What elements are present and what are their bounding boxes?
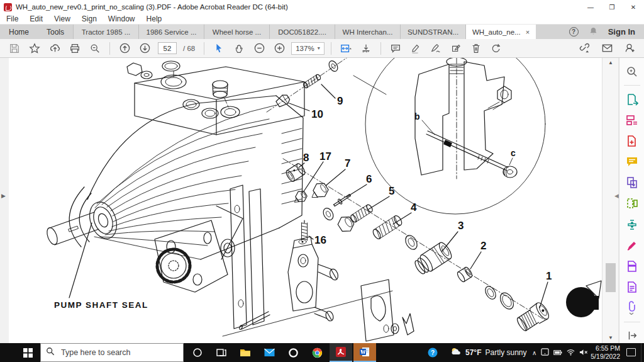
tray-chevron-icon[interactable]: ∧: [532, 349, 536, 356]
redo-icon[interactable]: [488, 41, 504, 56]
bell-icon[interactable]: [589, 26, 598, 38]
get-help-icon[interactable]: ?: [423, 343, 443, 362]
tab-doc-6[interactable]: SUNDSTRAN...: [400, 25, 465, 39]
share-link-icon[interactable]: [576, 41, 592, 56]
hand-tool-icon[interactable]: [231, 41, 247, 56]
system-tray: ∧: [532, 343, 588, 362]
fit-width-icon[interactable]: [338, 41, 354, 56]
share-people-icon[interactable]: [621, 41, 638, 56]
maximize-button[interactable]: ❐: [601, 0, 623, 14]
tools-pane-collapse-icon[interactable]: ◀: [614, 193, 619, 199]
page-number-input[interactable]: 52: [158, 42, 177, 54]
vertical-scrollbar[interactable]: ▲ ▼: [602, 58, 618, 343]
pdf-page[interactable]: b c: [9, 58, 602, 343]
inset-detail-circle: b c: [353, 58, 545, 214]
tab-active-label: WH_auto_ne...: [472, 28, 521, 36]
next-page-icon[interactable]: [136, 41, 153, 56]
title-bar: WH_auto_new_rev0.1_print_no_scaling (3).…: [0, 0, 644, 14]
more-tools-icon[interactable]: [625, 301, 640, 315]
weather-widget[interactable]: 57°F Partly sunny: [450, 343, 527, 362]
star-icon[interactable]: [26, 41, 43, 56]
menu-help[interactable]: Help: [147, 14, 162, 23]
close-button[interactable]: ✕: [623, 0, 644, 14]
prepare-form-icon[interactable]: [625, 280, 640, 295]
nav-pane-expand-icon[interactable]: ▶: [1, 193, 6, 199]
svg-text:b: b: [414, 111, 420, 122]
combine-files-icon[interactable]: [625, 176, 640, 190]
comment-tool-icon[interactable]: [625, 155, 640, 169]
help-icon[interactable]: ?: [569, 27, 579, 37]
share-cloud-icon[interactable]: [47, 41, 63, 56]
window-title: WH_auto_new_rev0.1_print_no_scaling (3).…: [16, 3, 288, 11]
callout-9: 9: [337, 95, 343, 107]
delete-icon[interactable]: [468, 41, 484, 56]
page-scrolling-icon[interactable]: [358, 41, 374, 56]
tab-doc-5[interactable]: WH Interchan...: [335, 25, 400, 39]
previous-page-icon[interactable]: [116, 41, 133, 56]
menu-window[interactable]: Window: [108, 14, 135, 23]
chrome-icon[interactable]: [306, 343, 328, 362]
organize-pages-icon[interactable]: [625, 113, 640, 127]
zoom-level-dropdown[interactable]: 137% ▾: [291, 42, 324, 55]
v-bracket: [402, 314, 414, 335]
battery-icon[interactable]: [553, 347, 562, 358]
tab-active-document[interactable]: WH_auto_ne... ×: [465, 25, 536, 39]
task-view-button[interactable]: [210, 343, 233, 362]
show-desktop-divider[interactable]: [641, 343, 641, 362]
tab-home[interactable]: Home: [0, 25, 38, 39]
sign-icon[interactable]: [428, 41, 444, 56]
clock-date: 5/19/2022: [587, 353, 620, 361]
part-7-fitting: [307, 180, 330, 203]
search-input[interactable]: [60, 348, 167, 358]
tab-doc-2[interactable]: 1986 Service ...: [138, 25, 204, 39]
select-tool-icon[interactable]: [211, 41, 227, 56]
mail-icon[interactable]: [258, 343, 280, 362]
word-taskbar-icon[interactable]: [353, 343, 376, 362]
wifi-icon[interactable]: [567, 347, 575, 358]
tablet-icon[interactable]: [541, 347, 549, 358]
tab-doc-1[interactable]: Tractor 1985 ...: [73, 25, 138, 39]
print-icon[interactable]: [67, 41, 83, 56]
scroll-down-icon[interactable]: ▼: [602, 335, 619, 341]
cortana-button[interactable]: [186, 343, 209, 362]
zoom-out-icon[interactable]: [251, 41, 267, 56]
save-icon[interactable]: [6, 41, 23, 56]
edit-pdf-icon[interactable]: [625, 238, 640, 252]
taskbar-clock[interactable]: 6:55 PM 5/19/2022: [587, 344, 620, 361]
tab-doc-3[interactable]: Wheel horse ...: [204, 25, 269, 39]
action-center-icon[interactable]: [626, 348, 636, 356]
scroll-up-icon[interactable]: ▲: [602, 60, 619, 65]
menu-sign[interactable]: Sign: [82, 14, 97, 23]
minimize-button[interactable]: —: [580, 0, 601, 14]
menu-edit[interactable]: Edit: [30, 14, 43, 23]
menu-file[interactable]: File: [6, 14, 18, 23]
ring-app-icon[interactable]: [282, 343, 304, 362]
export-pdf-icon[interactable]: [625, 92, 640, 106]
convert-icon[interactable]: [625, 196, 640, 211]
create-pdf-icon[interactable]: [625, 133, 640, 148]
part-5-spring: [350, 203, 374, 223]
menu-view[interactable]: View: [54, 14, 70, 23]
acrobat-taskbar-icon[interactable]: [330, 343, 352, 362]
tab-tools[interactable]: Tools: [38, 25, 73, 39]
screw-plug-top: [213, 81, 229, 108]
stamp-icon[interactable]: [448, 41, 464, 56]
zoom-in-icon[interactable]: [271, 41, 287, 56]
email-icon[interactable]: [599, 41, 615, 56]
svg-text:PUMP SHAFT SEAL: PUMP SHAFT SEAL: [54, 300, 148, 310]
protect-pdf-icon[interactable]: [625, 259, 640, 273]
sign-in-button[interactable]: Sign In: [608, 27, 635, 37]
tab-doc-4[interactable]: DOC051822....: [269, 25, 335, 39]
compress-pdf-icon[interactable]: [625, 217, 640, 232]
file-explorer-icon[interactable]: [234, 343, 257, 362]
taskbar-search[interactable]: [40, 343, 184, 362]
find-icon[interactable]: [87, 41, 103, 56]
highlight-icon[interactable]: [408, 41, 424, 56]
search-tools-icon[interactable]: [625, 64, 640, 79]
expand-pane-icon[interactable]: [625, 329, 640, 343]
start-button[interactable]: [15, 343, 40, 362]
comment-icon[interactable]: [387, 41, 404, 56]
tab-close-icon[interactable]: ×: [526, 28, 530, 36]
scrollbar-thumb[interactable]: [606, 263, 616, 292]
drive-gear: [157, 249, 190, 282]
